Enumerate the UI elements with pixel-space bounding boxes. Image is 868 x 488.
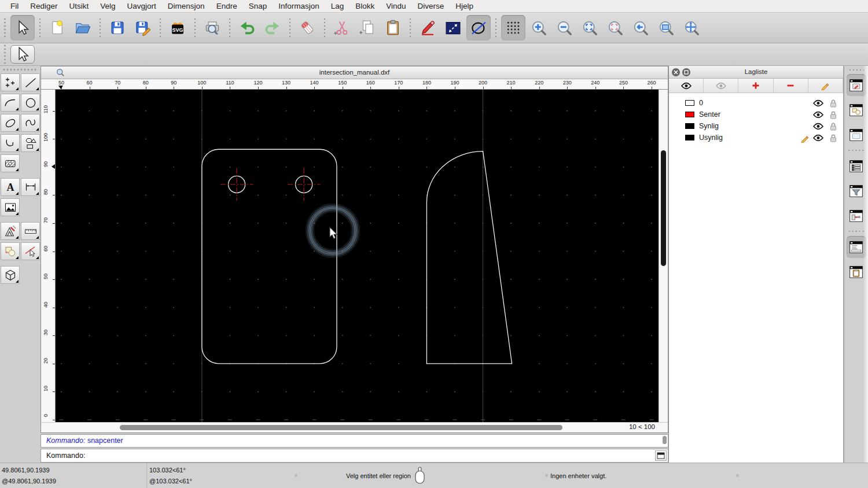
- palette-drag-handle[interactable]: [2, 68, 37, 71]
- erase-button[interactable]: [295, 15, 319, 40]
- zoom-out-button[interactable]: [552, 15, 576, 40]
- open-file-button[interactable]: [71, 15, 95, 40]
- dock-strip-handle[interactable]: [848, 69, 864, 71]
- redo-button[interactable]: [260, 15, 285, 40]
- grid-toggle-button[interactable]: [501, 15, 525, 40]
- layer-visibility-eye-icon[interactable]: [813, 99, 823, 109]
- edit-layer-button[interactable]: [808, 79, 843, 93]
- zoom-auto-button[interactable]: [578, 15, 602, 40]
- float-panel-icon[interactable]: [682, 68, 690, 76]
- menu-item-vindu[interactable]: Vindu: [380, 0, 411, 12]
- zoom-window-button[interactable]: [654, 15, 678, 40]
- remove-layer-button[interactable]: [774, 79, 808, 93]
- dock-library-button[interactable]: [847, 124, 866, 146]
- draw-ellipse-button[interactable]: [1, 114, 20, 132]
- draw-polyline-button[interactable]: [1, 134, 20, 152]
- modify-tools-button[interactable]: [1, 222, 20, 240]
- command-window-toggle-button[interactable]: [655, 450, 667, 461]
- draw-point-button[interactable]: [1, 73, 20, 91]
- draw-hatch-button[interactable]: [1, 154, 20, 172]
- horizontal-scrollbar[interactable]: 10 < 100: [41, 422, 668, 432]
- vertical-scrollbar-thumb[interactable]: [661, 150, 666, 266]
- draw-circle-button[interactable]: [21, 94, 40, 112]
- select-tools-button[interactable]: [21, 242, 40, 260]
- dock-clipboard-button[interactable]: [847, 261, 866, 283]
- close-icon[interactable]: [672, 68, 680, 76]
- layer-row-usynlig[interactable]: Usynlig: [669, 132, 843, 143]
- draw-text-button[interactable]: A: [1, 178, 20, 196]
- command-input[interactable]: Kommando:: [41, 449, 668, 463]
- command-history-scrollbar-thumb[interactable]: [663, 436, 667, 444]
- menu-item-fil[interactable]: Fil: [5, 0, 24, 12]
- menu-item-hjelp[interactable]: Hjelp: [450, 0, 479, 12]
- layer-visibility-eye-icon[interactable]: [813, 123, 823, 132]
- dock-layers-button[interactable]: [847, 74, 866, 96]
- layer-row-0[interactable]: 0: [669, 97, 843, 109]
- dock-blocks-button[interactable]: [847, 99, 866, 121]
- layer-row-synlig[interactable]: Synlig: [669, 120, 843, 132]
- ellipse-draft-button[interactable]: [466, 15, 491, 40]
- grid-dot: [258, 195, 259, 196]
- layer-visibility-eye-icon[interactable]: [813, 111, 823, 120]
- dock-command-button[interactable]: [847, 236, 866, 258]
- draw-spline-button[interactable]: [21, 114, 40, 132]
- block-tools-button[interactable]: [1, 242, 20, 260]
- menu-item-diverse[interactable]: Diverse: [412, 0, 450, 12]
- horizontal-scrollbar-thumb[interactable]: [120, 425, 562, 430]
- toolbar-drag-handle[interactable]: [3, 17, 6, 38]
- cut-button[interactable]: [330, 15, 354, 40]
- dock-inspector-button[interactable]: [847, 205, 866, 227]
- draw-arc-button[interactable]: [1, 94, 20, 112]
- toggle-all-layers-hidden-button[interactable]: [704, 79, 738, 93]
- new-document-button[interactable]: [45, 15, 69, 40]
- toggle-all-layers-visible-button[interactable]: [669, 79, 704, 93]
- entity-profile-shape[interactable]: [426, 151, 512, 364]
- draw-dimension-button[interactable]: [21, 178, 40, 196]
- menu-item-dimensjon[interactable]: Dimensjon: [162, 0, 211, 12]
- grid-dot: [370, 251, 371, 252]
- entity-rounded-rect[interactable]: [202, 149, 337, 364]
- command-history-label: Kommando:: [46, 437, 85, 445]
- draw-polygon-button[interactable]: [21, 134, 40, 152]
- cad-canvas[interactable]: [56, 90, 659, 422]
- layer-visibility-eye-icon[interactable]: [813, 134, 823, 143]
- drawing-window-titlebar[interactable]: intersection_manual.dxf: [41, 66, 668, 79]
- menu-item-velg[interactable]: Velg: [94, 0, 121, 12]
- menu-item-uavgjort[interactable]: Uavgjort: [122, 0, 162, 12]
- copy-button[interactable]: [355, 15, 380, 40]
- menu-item-snap[interactable]: Snap: [243, 0, 273, 12]
- select-arrow-button[interactable]: [10, 45, 35, 64]
- draw-solid-button[interactable]: [1, 266, 20, 284]
- menu-item-lag[interactable]: Lag: [325, 0, 350, 12]
- zoom-pan-button[interactable]: [679, 15, 704, 40]
- toolbar-drag-handle[interactable]: [3, 44, 6, 65]
- menu-item-blokk[interactable]: Blokk: [350, 0, 380, 12]
- draw-line-button[interactable]: [21, 73, 40, 91]
- grid-dot: [230, 138, 231, 139]
- line-attributes-button[interactable]: [441, 15, 465, 40]
- secondary-toolbar: [0, 43, 868, 66]
- menu-item-informasjon[interactable]: Informasjon: [273, 0, 325, 12]
- print-preview-button[interactable]: [200, 15, 225, 40]
- paste-button[interactable]: [381, 15, 405, 40]
- menu-item-utsikt[interactable]: Utsikt: [64, 0, 95, 12]
- undo-button[interactable]: [235, 15, 259, 40]
- add-layer-button[interactable]: [738, 79, 773, 93]
- layer-row-senter[interactable]: Senter: [669, 109, 843, 120]
- zoom-back-button[interactable]: [628, 15, 653, 40]
- select-arrow-button[interactable]: [10, 15, 35, 40]
- zoom-previous-button[interactable]: [603, 15, 627, 40]
- dock-entity-list-button[interactable]: [847, 155, 866, 177]
- menu-item-rediger[interactable]: Rediger: [24, 0, 63, 12]
- save-as-button[interactable]: [131, 15, 155, 40]
- svg-export-button[interactable]: SVG: [165, 15, 190, 40]
- insert-image-button[interactable]: [1, 198, 20, 216]
- save-button[interactable]: [105, 15, 130, 40]
- zoom-in-button[interactable]: [527, 15, 551, 40]
- measure-tools-button[interactable]: [21, 222, 40, 240]
- pen-attributes-button[interactable]: [415, 15, 440, 40]
- layer-lock-icon[interactable]: [829, 134, 837, 145]
- dock-filter-button[interactable]: [847, 180, 866, 202]
- menu-item-endre[interactable]: Endre: [211, 0, 243, 12]
- vertical-scrollbar[interactable]: [659, 90, 668, 422]
